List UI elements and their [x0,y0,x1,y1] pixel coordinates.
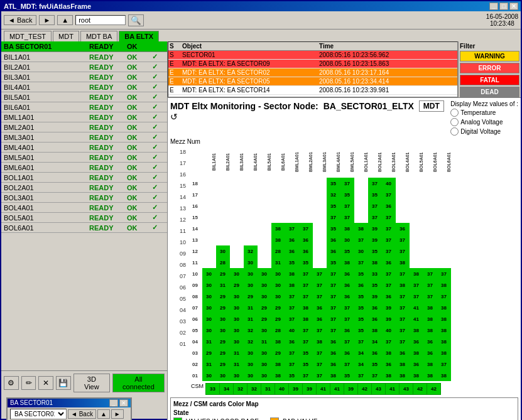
delete-icon-btn[interactable]: ✕ [38,376,53,390]
sector-row[interactable]: BOL6A01READYOK✓ [1,223,167,233]
row-label: 08 [170,259,188,271]
row-label: 07 [170,271,188,282]
edit-icon-btn[interactable]: ✏ [21,376,36,390]
radio-digital-voltage[interactable]: Digital Voltage [450,127,518,136]
grid-cell: 37 [396,268,410,279]
grid-cell [230,178,244,189]
path-input[interactable] [75,15,126,25]
radio-temperature[interactable]: Temperature [450,109,518,117]
grid-cell: 35 [285,257,299,268]
grid-cell: 37 [423,291,437,302]
3d-view-button[interactable]: 3D View [73,374,110,392]
grid-cell: 36 [396,223,410,234]
tab-mdt[interactable]: MDT [53,31,79,41]
grid-cell: 37 [396,302,410,313]
grid-cell: 30 [244,279,258,291]
grid-cell: 38 [396,358,410,370]
tab-mdt-test[interactable]: MDT_TEST [4,31,52,41]
message-row: EMDT: EA ELTX: EA SECTOR052008.05.16 10:… [168,77,457,86]
grid-cell: 29 [216,358,230,370]
row-label: 09 [170,248,188,259]
sector-row[interactable]: BML2A01READYOK✓ [1,122,167,132]
sector-row[interactable]: BML6A01READYOK✓ [1,163,167,173]
sub-nav-btn2[interactable]: ► [111,409,124,419]
close-button[interactable]: ✕ [509,3,518,10]
sub-back-btn[interactable]: ◄ Back [68,409,96,419]
sector-row[interactable]: BIL5A01READYOK✓ [1,92,167,102]
grid-cell: 37 [423,268,437,279]
sector-row[interactable]: BML1A01READYOK✓ [1,112,167,122]
sector-list[interactable]: BIL1A01READYOK✓BIL2A01READYOK✓BIL3A01REA… [1,52,167,370]
grid-cell [230,245,244,257]
window-controls[interactable]: _ □ ✕ [489,3,518,10]
grid-cell [410,234,423,245]
sector-row[interactable]: BML4A01READYOK✓ [1,143,167,153]
tab-ba-eltx[interactable]: BA ELTX [119,31,159,41]
sector-row[interactable]: BOL4A01READYOK✓ [1,203,167,213]
filter-fatal-btn[interactable]: FATAL [460,75,519,85]
grid-cell [202,245,216,257]
radio-analog-voltage[interactable]: Analog Voltage [450,118,518,126]
row-label: 05 [170,293,188,304]
settings-icon-btn[interactable]: ⚙ [4,376,19,390]
grid-cell: 30 [202,291,216,302]
maximize-button[interactable]: □ [499,3,508,10]
sector-row[interactable]: BIL4A01READYOK✓ [1,82,167,92]
grid-cell [258,245,271,257]
grid-cell [423,245,437,257]
up-button[interactable]: ▲ [57,15,73,25]
grid-cell: 38 [410,325,423,336]
sector-row[interactable]: BOL2A01READYOK✓ [1,183,167,193]
row-number-cell: 02 [188,358,202,370]
filter-error-btn[interactable]: ERROR [460,63,519,73]
grid-cell [271,189,285,200]
sector-row[interactable]: BIL1A01READYOK✓ [1,52,167,62]
grid-cell [258,234,271,245]
grid-cell: 36 [313,302,327,313]
search-button[interactable]: 🔍 [128,14,144,26]
sub-close-btn[interactable]: ✕ [119,399,128,407]
col-header: BML3A01 [313,146,327,178]
row-label: 02 [170,327,188,338]
sub-nav-btn1[interactable]: ▲ [97,409,110,419]
sector-row[interactable]: BML3A01READYOK✓ [1,132,167,143]
csm-cell: 39 [344,383,358,394]
all-connected-button[interactable]: All connected [112,374,165,392]
sector-select[interactable]: BA SECTOR01 [10,409,67,419]
grid-cell: 30 [354,245,368,257]
grid-cell [354,178,368,189]
filter-warning-btn[interactable]: WARNING [460,51,519,62]
grid-cell: 36 [396,347,410,358]
sector-row[interactable]: BOL5A01READYOK✓ [1,213,167,223]
grid-cell: 33 [368,268,382,279]
tab-mdt-ba[interactable]: MDT BA [80,31,117,41]
forward-button[interactable]: ► [39,15,55,25]
save-icon-btn[interactable]: 💾 [56,376,71,390]
grid-cell: 30 [258,358,271,370]
grid-cell [410,178,423,189]
sector-row[interactable]: BOL1A01READYOK✓ [1,173,167,183]
sector-row[interactable]: BIL2A01READYOK✓ [1,62,167,72]
grid-cell: 31 [244,302,258,313]
msg-col-s: S [170,43,182,50]
grid-cell: 37 [299,325,313,336]
grid-cell [410,189,423,200]
grid-cell: 37 [285,302,299,313]
grid-cell: 30 [244,268,258,279]
back-button[interactable]: ◄ Back [4,15,36,25]
grid-cell: 36 [327,347,340,358]
grid-cell: 32 [244,245,258,257]
grid-cell: 29 [216,268,230,279]
sub-minimize-btn[interactable]: _ [109,399,118,407]
sector-row[interactable]: BIL3A01READYOK✓ [1,72,167,82]
minimize-button[interactable]: _ [489,3,498,10]
sector-row[interactable]: BOL3A01READYOK✓ [1,193,167,203]
grid-cell: 30 [230,336,244,347]
grid-cell: 38 [271,234,285,245]
sector-row[interactable]: BML5A01READYOK✓ [1,153,167,163]
filter-dead-btn[interactable]: DEAD [460,87,519,97]
refresh-icon[interactable]: ↺ [170,112,178,122]
datetime-display: 16-05-2008 10:23:48 [486,13,518,27]
csm-area: CSM 3334323231403939414139424341434242 [188,383,518,395]
sector-row[interactable]: BIL6A01READYOK✓ [1,102,167,112]
